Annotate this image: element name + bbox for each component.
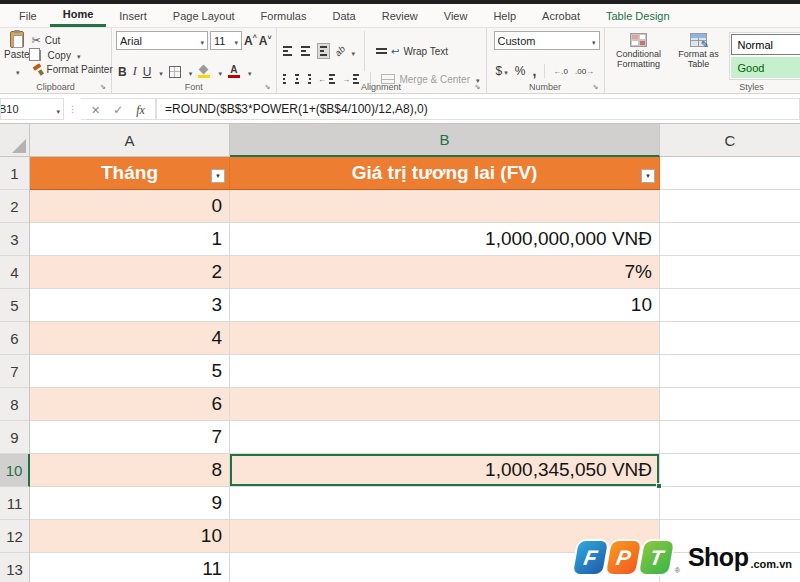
font-name-combo[interactable]: Arial: [116, 31, 208, 50]
cell-B5[interactable]: 10: [230, 289, 660, 322]
cell-C6[interactable]: [660, 322, 800, 355]
percent-style-button[interactable]: %: [515, 64, 526, 78]
tab-view[interactable]: View: [431, 4, 481, 27]
top-align-icon[interactable]: [281, 44, 294, 58]
cell-A1[interactable]: Tháng: [30, 157, 230, 190]
cell-A5[interactable]: 3: [30, 289, 230, 322]
cell-C4[interactable]: [660, 256, 800, 289]
orientation-icon[interactable]: ab: [332, 44, 346, 58]
font-color-dropdown-icon[interactable]: [246, 65, 252, 79]
row-header-9[interactable]: 9: [0, 421, 30, 454]
row-header-10[interactable]: 10: [0, 454, 30, 487]
clipboard-dialog-launcher-icon[interactable]: [100, 83, 108, 91]
tab-formulas[interactable]: Formulas: [248, 4, 320, 27]
cell-C2[interactable]: [660, 190, 800, 223]
row-header-3[interactable]: 3: [0, 223, 30, 256]
row-header-1[interactable]: 1: [0, 157, 30, 190]
tab-review[interactable]: Review: [369, 4, 431, 27]
cell-C8[interactable]: [660, 388, 800, 421]
paste-button[interactable]: Paste: [4, 31, 30, 79]
cell-B8[interactable]: [230, 388, 660, 421]
tab-data[interactable]: Data: [319, 4, 368, 27]
format-as-table-button[interactable]: Format as Table: [673, 31, 725, 79]
copy-button[interactable]: Copy: [30, 48, 115, 63]
cell-A13[interactable]: 11: [30, 553, 230, 582]
tab-file[interactable]: File: [6, 4, 50, 27]
tab-insert[interactable]: Insert: [106, 4, 160, 27]
accounting-format-button[interactable]: $: [496, 64, 508, 78]
cell-A2[interactable]: 0: [30, 190, 230, 223]
select-all-button[interactable]: [0, 124, 30, 157]
cut-button[interactable]: Cut: [30, 33, 115, 48]
tab-table-design[interactable]: Table Design: [593, 4, 683, 27]
format-painter-button[interactable]: Format Painter: [30, 62, 115, 77]
cell-C3[interactable]: [660, 223, 800, 256]
cell-A9[interactable]: 7: [30, 421, 230, 454]
cell-A11[interactable]: 9: [30, 487, 230, 520]
underline-button[interactable]: U: [143, 65, 152, 79]
row-header-2[interactable]: 2: [0, 190, 30, 223]
paste-dropdown-icon[interactable]: [14, 61, 20, 79]
cell-A8[interactable]: 6: [30, 388, 230, 421]
cell-B3[interactable]: 1,000,000,000 VNĐ: [230, 223, 660, 256]
underline-dropdown-icon[interactable]: [157, 65, 163, 79]
cell-C11[interactable]: [660, 487, 800, 520]
bottom-align-icon[interactable]: [317, 43, 330, 59]
cell-C5[interactable]: [660, 289, 800, 322]
row-header-4[interactable]: 4: [0, 256, 30, 289]
row-header-5[interactable]: 5: [0, 289, 30, 322]
cell-C10[interactable]: [660, 454, 800, 487]
decrease-decimal-icon[interactable]: .00→: [575, 67, 594, 76]
row-header-8[interactable]: 8: [0, 388, 30, 421]
italic-button[interactable]: I: [133, 64, 137, 79]
row-header-11[interactable]: 11: [0, 487, 30, 520]
row-header-6[interactable]: 6: [0, 322, 30, 355]
font-color-icon[interactable]: A: [228, 65, 240, 78]
cell-B9[interactable]: [230, 421, 660, 454]
tab-acrobat[interactable]: Acrobat: [529, 4, 593, 27]
cell-B2[interactable]: [230, 190, 660, 223]
insert-function-icon[interactable]: [136, 100, 145, 118]
cell-B10[interactable]: 1,000,345,050 VNĐ: [230, 454, 660, 487]
comma-style-icon[interactable]: ,: [532, 63, 536, 79]
column-header-A[interactable]: A: [30, 124, 230, 157]
cell-B11[interactable]: [230, 487, 660, 520]
cell-C7[interactable]: [660, 355, 800, 388]
orientation-dropdown-icon[interactable]: [350, 42, 356, 60]
row-header-13[interactable]: 13: [0, 553, 30, 582]
font-dialog-launcher-icon[interactable]: [265, 83, 273, 91]
borders-icon[interactable]: [169, 66, 181, 78]
number-dialog-launcher-icon[interactable]: [593, 83, 601, 91]
middle-align-icon[interactable]: [299, 44, 312, 58]
row-header-7[interactable]: 7: [0, 355, 30, 388]
increase-font-size-button[interactable]: A^: [244, 34, 257, 48]
filter-dropdown-icon-b[interactable]: [641, 169, 655, 183]
cell-A6[interactable]: 4: [30, 322, 230, 355]
fill-color-icon[interactable]: [198, 65, 210, 78]
name-box-dropdown-icon[interactable]: [54, 100, 60, 118]
row-header-12[interactable]: 12: [0, 520, 30, 553]
cell-B7[interactable]: [230, 355, 660, 388]
decrease-font-size-button[interactable]: A˅: [259, 34, 272, 48]
tab-page-layout[interactable]: Page Layout: [160, 4, 248, 27]
borders-dropdown-icon[interactable]: [187, 65, 193, 79]
cell-A3[interactable]: 1: [30, 223, 230, 256]
cell-A4[interactable]: 2: [30, 256, 230, 289]
wrap-text-button[interactable]: Wrap Text: [374, 43, 450, 59]
fill-handle[interactable]: [656, 483, 662, 489]
cell-C9[interactable]: [660, 421, 800, 454]
number-format-combo[interactable]: Custom: [494, 31, 600, 50]
cell-A7[interactable]: 5: [30, 355, 230, 388]
bold-button[interactable]: B: [118, 65, 127, 79]
font-size-combo[interactable]: 11: [210, 31, 242, 50]
cell-A10[interactable]: 8: [30, 454, 230, 487]
increase-decimal-icon[interactable]: ←.0: [553, 67, 568, 76]
cell-B4[interactable]: 7%: [230, 256, 660, 289]
cell-A12[interactable]: 10: [30, 520, 230, 553]
cell-C1[interactable]: [660, 157, 800, 190]
alignment-dialog-launcher-icon[interactable]: [475, 83, 483, 91]
column-header-B[interactable]: B: [230, 124, 660, 157]
style-normal[interactable]: Normal: [731, 34, 800, 55]
name-box[interactable]: B10: [0, 98, 64, 120]
tab-home[interactable]: Home: [50, 4, 107, 27]
